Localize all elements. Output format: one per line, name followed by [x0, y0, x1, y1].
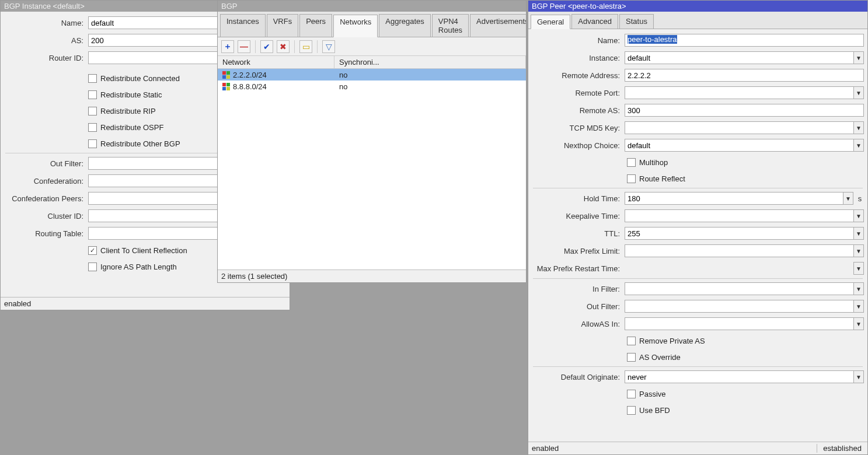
peer-ras-label: Remote AS:: [532, 106, 622, 115]
col-network[interactable]: Network: [218, 56, 334, 68]
bgp-peer-titlebar[interactable]: BGP Peer <peer-to-alestra>: [528, 1, 867, 12]
peer-routereflect-checkbox[interactable]: [627, 174, 636, 183]
remove-button[interactable]: —: [238, 40, 250, 53]
bgp-footer: 2 items (1 selected): [218, 272, 291, 281]
peer-ttl-input[interactable]: [625, 227, 853, 240]
peer-name-input[interactable]: peer-to-alestra: [625, 34, 864, 47]
peer-deforig-label: Default Originate:: [532, 373, 622, 382]
peer-tcpmd5-dropdown-icon[interactable]: ▼: [853, 121, 864, 134]
peer-tcpmd5-input[interactable]: [625, 121, 853, 134]
peer-allowas-input[interactable]: [625, 317, 853, 330]
peer-raddr-label: Remote Address:: [532, 71, 622, 80]
peer-hold-input[interactable]: [625, 192, 843, 205]
peer-multihop-label: Multihop: [639, 158, 668, 167]
peer-raddr-input[interactable]: [625, 69, 864, 82]
bgp-tab-vrfs[interactable]: VRFs: [267, 14, 299, 37]
peer-tab-general[interactable]: General: [531, 15, 570, 29]
bgp-peer-window: BGP Peer <peer-to-alestra> GeneralAdvanc…: [528, 0, 868, 455]
bgp-titlebar[interactable]: BGP: [218, 1, 526, 12]
redist-connected-checkbox[interactable]: [88, 74, 97, 83]
redist-rip-checkbox[interactable]: [88, 107, 97, 116]
peer-tab-advanced[interactable]: Advanced: [571, 14, 618, 29]
bgp-tab-aggregates[interactable]: Aggregates: [379, 14, 431, 37]
instance-outfilter-label: Out Filter:: [4, 159, 86, 168]
instance-status: enabled: [1, 299, 34, 308]
peer-removepriv-label: Remove Private AS: [639, 337, 705, 345]
peer-multihop-checkbox[interactable]: [627, 158, 636, 167]
peer-ttl-expand-icon[interactable]: ▼: [853, 227, 864, 240]
disable-button[interactable]: ✖: [277, 40, 290, 53]
peer-outfilter-input[interactable]: [625, 300, 853, 313]
bgp-grid-header[interactable]: Network Synchroni...: [218, 56, 526, 69]
col-synchronize[interactable]: Synchroni...: [334, 56, 526, 68]
peer-deforig-expand-icon[interactable]: ▼: [853, 370, 864, 383]
peer-allowas-dropdown-icon[interactable]: ▼: [853, 317, 864, 330]
peer-usebfd-row[interactable]: Use BFD: [528, 402, 867, 418]
peer-usebfd-checkbox[interactable]: [627, 406, 636, 415]
peer-rport-dropdown-icon[interactable]: ▼: [853, 86, 864, 99]
redist-ospf-checkbox[interactable]: [88, 123, 97, 132]
peer-outfilter-label: Out Filter:: [532, 302, 622, 311]
peer-tab-status[interactable]: Status: [619, 14, 654, 29]
instance-confedpeers-label: Confederation Peers:: [4, 194, 86, 203]
peer-maxpref-label: Max Prefix Limit:: [532, 247, 622, 256]
bgp-tab-advertisements[interactable]: Advertisements: [470, 14, 526, 37]
bgp-tab-vpn4-routes[interactable]: VPN4 Routes: [432, 14, 469, 37]
peer-keepalive-input[interactable]: [625, 209, 853, 222]
table-row[interactable]: 2.2.2.0/24no: [218, 69, 526, 80]
instance-name-label: Name:: [4, 19, 86, 27]
peer-ttl-label: TTL:: [532, 229, 622, 238]
enable-button[interactable]: ✔: [260, 40, 273, 53]
peer-ras-input[interactable]: [625, 104, 864, 117]
peer-nhc-input[interactable]: [625, 139, 853, 152]
peer-passive-row[interactable]: Passive: [528, 386, 867, 402]
peer-passive-label: Passive: [639, 390, 666, 398]
peer-asoverride-row[interactable]: AS Override: [528, 349, 867, 365]
ignoreas-checkbox[interactable]: [88, 262, 97, 271]
peer-infilter-expand-icon[interactable]: ▼: [853, 282, 864, 295]
peer-rport-input[interactable]: [625, 86, 853, 99]
peer-instance-input[interactable]: [625, 51, 853, 64]
peer-removepriv-checkbox[interactable]: [627, 337, 636, 345]
peer-hold-expand-icon[interactable]: ▼: [843, 192, 853, 205]
peer-deforig-input[interactable]: [625, 370, 853, 383]
peer-nhc-expand-icon[interactable]: ▼: [853, 139, 864, 152]
c2c-checkbox[interactable]: ✓: [88, 246, 97, 255]
bgp-tab-instances[interactable]: Instances: [220, 14, 266, 37]
redist-rip-label: Redistribute RIP: [100, 107, 156, 116]
peer-status-right: established: [817, 444, 867, 453]
synchronize-cell: no: [334, 80, 526, 92]
peer-keepalive-dropdown-icon[interactable]: ▼: [853, 209, 864, 222]
peer-maxpref-input[interactable]: [625, 244, 853, 257]
comment-button[interactable]: ▭: [299, 40, 312, 53]
filter-button[interactable]: ▽: [322, 40, 335, 53]
peer-routereflect-label: Route Reflect: [639, 174, 685, 183]
redist-other-checkbox[interactable]: [88, 139, 97, 148]
bgp-grid-body[interactable]: 2.2.2.0/24no8.8.8.0/24no: [218, 69, 526, 270]
redist-static-label: Redistribute Static: [100, 90, 162, 99]
peer-multihop-row[interactable]: Multihop: [528, 154, 867, 170]
peer-maxpref-dropdown-icon[interactable]: ▼: [853, 244, 864, 257]
bgp-tab-networks[interactable]: Networks: [333, 15, 378, 37]
network-icon: [222, 83, 229, 90]
peer-infilter-input[interactable]: [625, 282, 853, 295]
add-button[interactable]: ＋: [221, 40, 234, 53]
peer-passive-checkbox[interactable]: [627, 390, 636, 398]
peer-outfilter-expand-icon[interactable]: ▼: [853, 300, 864, 313]
redist-static-checkbox[interactable]: [88, 90, 97, 99]
peer-routereflect-row[interactable]: Route Reflect: [528, 170, 867, 187]
peer-name-label: Name:: [532, 36, 622, 45]
peer-tcpmd5-label: TCP MD5 Key:: [532, 124, 622, 132]
peer-maxprefr-dropdown-icon[interactable]: ▼: [853, 262, 864, 275]
peer-instance-expand-icon[interactable]: ▼: [853, 51, 864, 64]
peer-removepriv-row[interactable]: Remove Private AS: [528, 332, 867, 349]
bgp-tabs: InstancesVRFsPeersNetworksAggregatesVPN4…: [218, 12, 526, 37]
table-row[interactable]: 8.8.8.0/24no: [218, 80, 526, 92]
redist-other-label: Redistribute Other BGP: [100, 139, 180, 148]
bgp-peer-tabs: GeneralAdvancedStatus: [528, 12, 867, 29]
bgp-tab-peers[interactable]: Peers: [299, 14, 332, 37]
bgp-window: BGP InstancesVRFsPeersNetworksAggregates…: [217, 0, 527, 283]
ignoreas-label: Ignore AS Path Length: [100, 262, 177, 271]
bgp-toolbar: ＋ — ✔ ✖ ▭ ▽: [218, 37, 526, 56]
peer-asoverride-checkbox[interactable]: [627, 353, 636, 362]
